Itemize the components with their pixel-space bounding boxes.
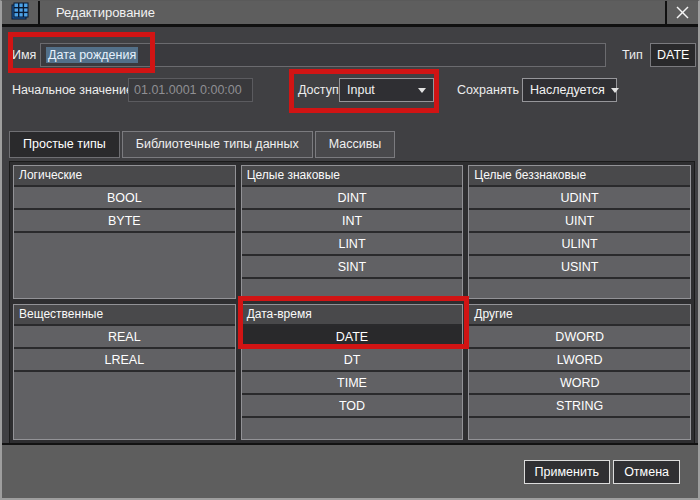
type-cell-lreal[interactable]: LREAL [14, 347, 235, 370]
type-cell-dint[interactable]: DINT [242, 185, 463, 208]
cancel-button[interactable]: Отмена [613, 460, 680, 484]
persist-label: Сохранять [457, 78, 519, 102]
type-cell-lword[interactable]: LWORD [469, 347, 690, 370]
type-group-signed-int: Целые знаковые DINT INT LINT SINT [241, 165, 464, 299]
type-group-real: Вещественные REAL LREAL [13, 304, 236, 440]
initial-value-input: 01.01.0001 0:00:00 [128, 78, 253, 102]
grid-table-icon [10, 1, 30, 25]
access-dropdown[interactable]: Input [339, 78, 434, 102]
type-group-title: Другие [469, 305, 690, 324]
type-group-title: Целые беззнаковые [469, 166, 690, 185]
type-group-other: Другие DWORD LWORD WORD STRING [468, 304, 691, 440]
type-group-logical: Логические BOOL BYTE [13, 165, 236, 299]
type-cell-bool[interactable]: BOOL [14, 185, 235, 208]
tab-library-types[interactable]: Библиотечные типы данных [122, 131, 313, 158]
group-filler [469, 277, 690, 298]
type-cell-string[interactable]: STRING [469, 393, 690, 416]
title-bar: Редактирование [2, 1, 698, 27]
group-filler [14, 231, 235, 298]
group-filler [242, 416, 463, 439]
type-group-title: Дата-время [242, 305, 463, 324]
type-cell-int[interactable]: INT [242, 208, 463, 231]
type-cell-date-selected[interactable]: DATE [242, 324, 463, 347]
tab-arrays[interactable]: Массивы [315, 131, 396, 158]
close-button[interactable] [665, 1, 698, 24]
type-cell-byte[interactable]: BYTE [14, 208, 235, 231]
type-category-tabs: Простые типы Библиотечные типы данных Ма… [9, 131, 397, 158]
type-cell-word[interactable]: WORD [469, 370, 690, 393]
chevron-down-icon [418, 88, 426, 93]
type-label: Тип [622, 43, 643, 67]
type-group-datetime: Дата-время DATE DT TIME TOD [241, 304, 464, 440]
group-filler [469, 416, 690, 439]
type-cell-sint[interactable]: SINT [242, 254, 463, 277]
type-cell-time[interactable]: TIME [242, 370, 463, 393]
name-input[interactable]: Дата рождения [40, 43, 606, 67]
type-group-title: Целые знаковые [242, 166, 463, 185]
type-cell-lint[interactable]: LINT [242, 231, 463, 254]
type-cell-uint[interactable]: UINT [469, 208, 690, 231]
name-input-selected-text: Дата рождения [46, 47, 138, 63]
type-group-title: Вещественные [14, 305, 235, 324]
dialog-footer: Применить Отмена [2, 443, 698, 498]
type-cell-udint[interactable]: UDINT [469, 185, 690, 208]
tab-simple-types[interactable]: Простые типы [9, 131, 120, 158]
type-group-title: Логические [14, 166, 235, 185]
type-value-box: DATE [650, 43, 696, 67]
persist-dropdown[interactable]: Наследуется [522, 78, 617, 102]
type-cell-dt[interactable]: DT [242, 347, 463, 370]
window-title: Редактирование [56, 1, 155, 24]
type-cell-dword[interactable]: DWORD [469, 324, 690, 347]
chevron-down-icon [611, 88, 619, 93]
type-cell-usint[interactable]: USINT [469, 254, 690, 277]
apply-button[interactable]: Применить [524, 460, 611, 484]
type-cell-real[interactable]: REAL [14, 324, 235, 347]
group-filler [14, 370, 235, 439]
edit-dialog-window: Редактирование Имя Дата рождения Тип DAT… [0, 0, 700, 500]
close-icon [675, 5, 690, 20]
type-grid: Логические BOOL BYTE Целые знаковые DINT… [9, 161, 695, 444]
name-label: Имя [12, 43, 36, 67]
persist-dropdown-value: Наследуется [530, 83, 605, 97]
type-cell-tod[interactable]: TOD [242, 393, 463, 416]
type-group-unsigned-int: Целые беззнаковые UDINT UINT ULINT USINT [468, 165, 691, 299]
access-label: Доступ [298, 78, 339, 102]
initial-value-label: Начальное значение [12, 78, 133, 102]
access-dropdown-value: Input [347, 83, 412, 97]
window-icon-box [2, 1, 40, 24]
group-filler [242, 277, 463, 298]
type-cell-ulint[interactable]: ULINT [469, 231, 690, 254]
